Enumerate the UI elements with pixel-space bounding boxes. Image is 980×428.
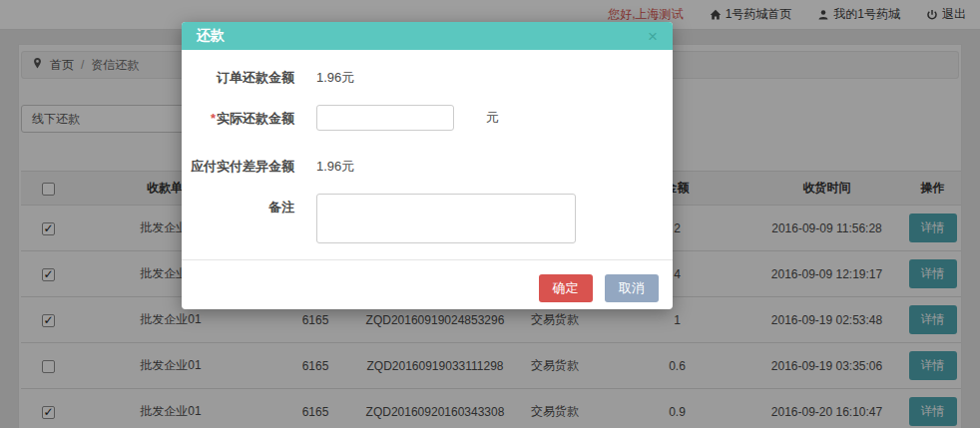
order-amount-row: 订单还款金额 1.96元 — [182, 64, 673, 87]
remark-label: 备注 — [182, 194, 294, 216]
order-amount-label: 订单还款金额 — [182, 64, 294, 87]
close-icon[interactable]: × — [648, 28, 658, 45]
repayment-modal: 还款 × 订单还款金额 1.96元 *实际还款金额 元 应付实付差异金额 1.9… — [182, 22, 673, 309]
modal-body: 订单还款金额 1.96元 *实际还款金额 元 应付实付差异金额 1.96元 备注 — [182, 50, 673, 243]
diff-amount-value: 1.96元 — [316, 153, 354, 176]
modal-title: 还款 — [197, 27, 225, 45]
order-amount-value: 1.96元 — [316, 64, 354, 87]
modal-header: 还款 × — [182, 22, 673, 50]
amount-unit-label: 元 — [486, 109, 499, 127]
remark-textarea[interactable] — [316, 194, 576, 243]
modal-footer: 确定 取消 — [182, 259, 673, 309]
diff-amount-row: 应付实付差异金额 1.96元 — [182, 153, 673, 176]
remark-row: 备注 — [182, 194, 673, 243]
confirm-button[interactable]: 确定 — [539, 274, 593, 302]
diff-amount-label: 应付实付差异金额 — [182, 153, 294, 176]
cancel-button[interactable]: 取消 — [605, 274, 659, 302]
required-mark: * — [211, 111, 216, 126]
actual-amount-label: 实际还款金额 — [217, 111, 294, 126]
actual-amount-row: *实际还款金额 元 — [182, 105, 673, 131]
actual-amount-input[interactable] — [316, 105, 454, 131]
